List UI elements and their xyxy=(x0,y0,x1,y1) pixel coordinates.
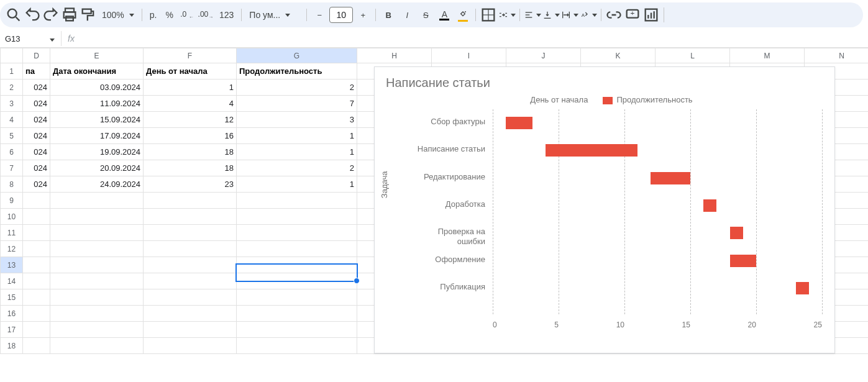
cell[interactable] xyxy=(144,257,237,273)
cell[interactable] xyxy=(23,209,50,225)
cell[interactable]: 15.09.2024 xyxy=(50,112,144,128)
cell[interactable]: 20.09.2024 xyxy=(50,160,144,176)
cell[interactable] xyxy=(50,241,144,257)
cell[interactable] xyxy=(144,241,237,257)
corner-cell[interactable] xyxy=(1,48,23,63)
col-header[interactable]: N xyxy=(805,48,869,63)
italic-button[interactable]: I xyxy=(398,6,416,24)
h-align-icon[interactable] xyxy=(524,6,541,24)
cell[interactable]: 024 xyxy=(23,80,50,96)
cell[interactable]: па xyxy=(23,63,50,80)
bold-button[interactable]: B xyxy=(380,6,397,24)
cell[interactable] xyxy=(50,289,144,306)
col-header[interactable]: D xyxy=(23,48,50,63)
row-header[interactable]: 12 xyxy=(1,241,23,257)
name-box[interactable]: G13 xyxy=(2,34,55,43)
more-formats-button[interactable]: 123 xyxy=(216,10,237,20)
col-header[interactable]: L xyxy=(656,48,730,63)
cell[interactable]: 7 xyxy=(237,96,357,112)
cell[interactable] xyxy=(50,225,144,241)
cell[interactable]: 17.09.2024 xyxy=(50,128,144,144)
cell[interactable] xyxy=(50,209,144,225)
zoom-dropdown[interactable]: 100% xyxy=(98,10,138,20)
cell[interactable] xyxy=(23,289,50,306)
link-icon[interactable] xyxy=(605,6,623,24)
cell[interactable]: 024 xyxy=(23,128,50,144)
cell[interactable]: 2 xyxy=(237,160,357,176)
borders-icon[interactable] xyxy=(480,6,497,24)
col-header[interactable]: J xyxy=(506,48,581,63)
cell[interactable] xyxy=(144,225,237,241)
cell[interactable] xyxy=(23,338,50,354)
cell[interactable] xyxy=(50,338,144,354)
cell[interactable] xyxy=(23,306,50,322)
cell[interactable] xyxy=(237,273,357,289)
cell[interactable]: 19.09.2024 xyxy=(50,144,144,160)
paint-format-icon[interactable] xyxy=(80,6,97,24)
rotation-icon[interactable]: A xyxy=(580,6,597,24)
embedded-chart[interactable]: Написание статьи День от начала Продолжи… xyxy=(374,66,835,353)
cell[interactable] xyxy=(237,209,357,225)
cell[interactable] xyxy=(237,338,357,354)
cell[interactable]: 18 xyxy=(144,144,237,160)
cell[interactable] xyxy=(144,322,237,338)
currency-button[interactable]: р. xyxy=(146,10,161,20)
cell[interactable] xyxy=(23,193,50,209)
cell[interactable]: 11.09.2024 xyxy=(50,96,144,112)
cell[interactable]: 024 xyxy=(23,160,50,176)
cell[interactable]: 16 xyxy=(144,128,237,144)
comment-icon[interactable]: + xyxy=(624,6,641,24)
cell[interactable]: 024 xyxy=(23,144,50,160)
cell[interactable] xyxy=(144,273,237,289)
row-header[interactable]: 9 xyxy=(1,193,23,209)
fill-color-button[interactable] xyxy=(454,6,472,24)
wrap-icon[interactable] xyxy=(561,6,578,24)
row-header[interactable]: 4 xyxy=(1,112,23,128)
cell[interactable]: День от начала xyxy=(144,63,237,80)
cell[interactable] xyxy=(144,289,237,306)
row-header[interactable]: 13 xyxy=(1,257,23,273)
cell[interactable] xyxy=(50,306,144,322)
row-header[interactable]: 7 xyxy=(1,160,23,176)
cell[interactable] xyxy=(23,225,50,241)
cell[interactable]: 024 xyxy=(23,176,50,193)
formula-input[interactable] xyxy=(77,30,868,47)
font-size-decrease-icon[interactable]: − xyxy=(311,6,328,24)
cell[interactable]: 1 xyxy=(144,80,237,96)
cell[interactable] xyxy=(237,257,357,273)
row-header[interactable]: 15 xyxy=(1,289,23,306)
cell[interactable]: 4 xyxy=(144,96,237,112)
cell[interactable] xyxy=(237,322,357,338)
row-header[interactable]: 6 xyxy=(1,144,23,160)
cell[interactable] xyxy=(237,193,357,209)
cell[interactable] xyxy=(237,289,357,306)
decrease-decimal-icon[interactable]: .0 ← xyxy=(178,6,196,24)
cell[interactable]: 12 xyxy=(144,112,237,128)
col-header[interactable]: H xyxy=(357,48,432,63)
strikethrough-button[interactable]: S xyxy=(417,6,434,24)
row-header[interactable]: 2 xyxy=(1,80,23,96)
col-header[interactable]: M xyxy=(730,48,805,63)
cell[interactable]: 024 xyxy=(23,96,50,112)
cell[interactable] xyxy=(144,306,237,322)
col-header[interactable]: G xyxy=(237,48,357,63)
cell[interactable] xyxy=(50,322,144,338)
col-header[interactable]: F xyxy=(144,48,237,63)
redo-icon[interactable] xyxy=(42,6,60,24)
row-header[interactable]: 16 xyxy=(1,306,23,322)
cell[interactable] xyxy=(237,225,357,241)
font-size-input[interactable] xyxy=(329,7,353,23)
row-header[interactable]: 8 xyxy=(1,176,23,193)
percent-button[interactable]: % xyxy=(162,10,177,20)
cell[interactable] xyxy=(237,306,357,322)
cell[interactable]: 1 xyxy=(237,144,357,160)
row-header[interactable]: 18 xyxy=(1,338,23,354)
cell[interactable]: 24.09.2024 xyxy=(50,176,144,193)
cell[interactable] xyxy=(50,193,144,209)
col-header[interactable]: K xyxy=(581,48,656,63)
cell[interactable]: 23 xyxy=(144,176,237,193)
insert-chart-icon[interactable] xyxy=(642,6,660,24)
row-header[interactable]: 14 xyxy=(1,273,23,289)
cell[interactable] xyxy=(50,273,144,289)
cell[interactable] xyxy=(23,257,50,273)
